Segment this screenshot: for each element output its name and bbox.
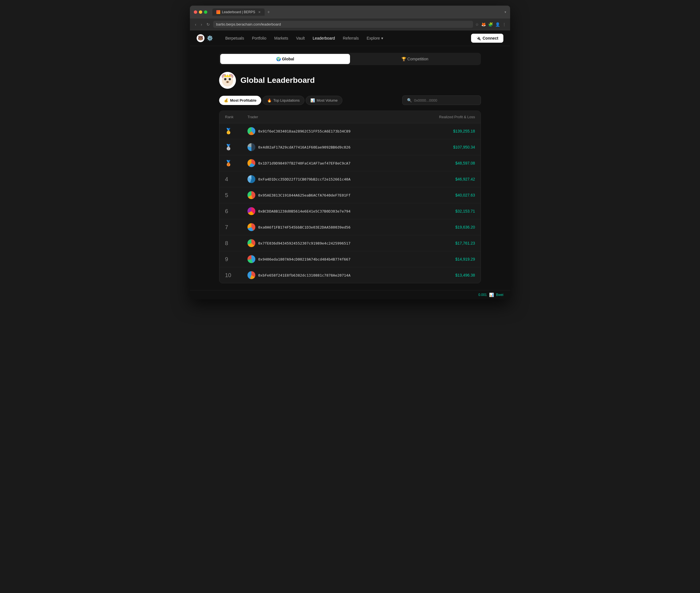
new-tab-button[interactable]: +	[266, 9, 272, 15]
profit-cell: $32,153.71	[413, 209, 475, 213]
menu-icon[interactable]: ⋮	[502, 22, 506, 27]
nav-links: Berpetuals Portfolio Markets Vault Leade…	[222, 34, 471, 42]
maximize-button[interactable]	[204, 10, 207, 14]
nav-berpetuals[interactable]: Berpetuals	[222, 34, 248, 42]
leaderboard-table: Rank Trader Realized Profit & Loss 🥇 0x9…	[219, 111, 481, 283]
search-input[interactable]	[414, 98, 476, 103]
rank-cell: 🥉	[225, 160, 248, 166]
rank-value: 6	[225, 208, 228, 214]
rank-cell: 5	[225, 192, 248, 199]
close-button[interactable]	[194, 10, 197, 14]
connect-icon: 🔌	[476, 36, 481, 40]
header-avatar	[219, 72, 236, 89]
trader-avatar	[248, 207, 255, 215]
search-box: 🔍	[402, 95, 481, 105]
browser-titlebar: Leaderboard | BERPS ✕ + ▾	[190, 6, 510, 18]
tab-competition[interactable]: 🏆 Competition	[350, 54, 480, 64]
back-button[interactable]: ‹	[194, 22, 197, 27]
profit-cell: $40,027.63	[413, 193, 475, 197]
filter-most-volume[interactable]: 📊 Most Volume	[306, 96, 342, 105]
tab-close-button[interactable]: ✕	[258, 10, 261, 14]
table-row[interactable]: 5 0x95AE3813C191844A625eaB6ACfA7640deF7E…	[219, 187, 481, 203]
forward-button[interactable]: ›	[200, 22, 204, 27]
trader-avatar	[248, 159, 255, 167]
table-row[interactable]: 🥇 0x91f6eC3034018aa28962C51FF55cA6E173b3…	[219, 123, 481, 139]
app-content: 🐻 ⚙️ Berpetuals Portfolio Markets Vault …	[190, 30, 510, 299]
profit-cell: $14,919.29	[413, 257, 475, 262]
active-tab[interactable]: Leaderboard | BERPS ✕	[212, 8, 265, 16]
nav-markets[interactable]: Markets	[271, 34, 292, 42]
trader-address[interactable]: 0xFa4D1Dcc35DD22f71CB079bB2ccf2e152661c4…	[258, 177, 351, 182]
trader-cell: 0x91f6eC3034018aa28962C51FF55cA6E173b34C…	[248, 127, 413, 135]
trader-avatar	[248, 223, 255, 231]
main-content: 🌍 Global 🏆 Competition	[212, 46, 488, 290]
reload-button[interactable]: ↻	[205, 22, 211, 27]
col-profit: Realized Profit & Loss	[413, 115, 475, 119]
tab-favicon	[216, 10, 220, 14]
url-input[interactable]	[213, 21, 473, 28]
trader-address[interactable]: 0xa0A6f1FB174F545bbBC1D3e03E2DAA580039ed…	[258, 225, 351, 229]
most-volume-emoji: 📊	[310, 98, 315, 103]
global-competition-tabs: 🌍 Global 🏆 Competition	[219, 53, 481, 65]
trader-address[interactable]: 0x91f6eC3034018aa28962C51FF55cA6E173b34C…	[258, 129, 351, 133]
trader-address[interactable]: 0x95AE3813C191844A625eaB6ACfA7640deF7E01…	[258, 193, 351, 197]
rank-value: 🥇	[225, 128, 232, 134]
nav-referrals[interactable]: Referrals	[339, 34, 362, 42]
trader-address[interactable]: 0xbFe658f241E8fb6382dc1310881c7878Ae2071…	[258, 273, 351, 277]
rank-cell: 🥇	[225, 128, 248, 134]
rank-cell: 6	[225, 208, 248, 214]
table-row[interactable]: 🥉 0x1D71d9D98497fB2740FaC41AF7aef47EF8eC…	[219, 155, 481, 171]
tab-expand-icon[interactable]: ▾	[505, 10, 506, 14]
connect-button[interactable]: 🔌 Connect	[471, 34, 503, 43]
profile-icon[interactable]: 👤	[495, 22, 500, 27]
table-header: Rank Trader Realized Profit & Loss	[219, 111, 481, 123]
trader-address[interactable]: 0x9406eda1807A94cD00219A74bcd484b4B774f6…	[258, 257, 351, 262]
trader-address[interactable]: 0x7fE036d94345924552307c91989e4c24259965…	[258, 241, 351, 245]
nav-portfolio[interactable]: Portfolio	[249, 34, 270, 42]
extensions-icon[interactable]: 🧩	[488, 22, 493, 27]
rank-value: 10	[225, 272, 231, 279]
rank-cell: 7	[225, 224, 248, 231]
trader-address[interactable]: 0x4d02aF17A29cdA77416A1F60Eae9092BB6d9c0…	[258, 145, 351, 149]
trader-avatar	[248, 143, 255, 151]
bear-logo-svg	[219, 72, 236, 89]
footer-value: 0.001	[478, 293, 487, 297]
most-profitable-emoji: 💰	[224, 98, 228, 103]
rank-value: 🥈	[225, 144, 232, 151]
trader-cell: 0xFa4D1Dcc35DD22f71CB079bB2ccf2e152661c4…	[248, 175, 413, 183]
trader-cell: 0x9406eda1807A94cD00219A74bcd484b4B774f6…	[248, 255, 413, 263]
table-row[interactable]: 7 0xa0A6f1FB174F545bbBC1D3e03E2DAA580039…	[219, 219, 481, 235]
filter-most-profitable[interactable]: 💰 Most Profitable	[219, 96, 261, 105]
table-row[interactable]: 6 0xBCDDA8B1238d0B5614e6E41e5C37B0D303e7…	[219, 203, 481, 219]
table-row[interactable]: 9 0x9406eda1807A94cD00219A74bcd484b4B774…	[219, 251, 481, 267]
nav-leaderboard[interactable]: Leaderboard	[309, 34, 338, 42]
page-title: Global Leaderboard	[241, 76, 315, 85]
trader-address[interactable]: 0xBCDDA8B1238d0B5614e6E41e5C37B0D303e7e7…	[258, 209, 351, 213]
filter-top-liquidations[interactable]: 🔥 Top Liquidations	[262, 96, 304, 105]
trader-address[interactable]: 0x1D71d9D98497fB2740FaC41AF7aef47EF8eC9c…	[258, 161, 351, 165]
bookmark-icon[interactable]: ☆	[475, 22, 479, 27]
rank-cell: 10	[225, 272, 248, 279]
rank-cell: 9	[225, 256, 248, 263]
table-row[interactable]: 🥈 0x4d02aF17A29cdA77416A1F60Eae9092BB6d9…	[219, 139, 481, 155]
rank-cell: 8	[225, 240, 248, 246]
nav-vault[interactable]: Vault	[293, 34, 308, 42]
trader-avatar	[248, 175, 255, 183]
fox-icon[interactable]: 🦊	[481, 22, 486, 27]
table-row[interactable]: 8 0x7fE036d94345924552307c91989e4c242599…	[219, 235, 481, 251]
minimize-button[interactable]	[199, 10, 202, 14]
rank-value: 8	[225, 240, 228, 246]
table-row[interactable]: 4 0xFa4D1Dcc35DD22f71CB079bB2ccf2e152661…	[219, 171, 481, 187]
trader-avatar	[248, 271, 255, 279]
trader-cell: 0x4d02aF17A29cdA77416A1F60Eae9092BB6d9c0…	[248, 143, 413, 151]
traffic-lights	[194, 10, 207, 14]
profit-cell: $48,597.08	[413, 161, 475, 165]
svg-point-5	[229, 78, 231, 80]
trader-cell: 0x1D71d9D98497fB2740FaC41AF7aef47EF8eC9c…	[248, 159, 413, 167]
col-trader: Trader	[248, 115, 413, 119]
table-row[interactable]: 10 0xbFe658f241E8fb6382dc1310881c7878Ae2…	[219, 267, 481, 283]
footer-icon: 📊	[489, 292, 494, 297]
logo-settings-icon: ⚙️	[207, 35, 213, 41]
tab-global[interactable]: 🌍 Global	[220, 54, 350, 64]
nav-explore[interactable]: Explore ▾	[363, 34, 386, 42]
